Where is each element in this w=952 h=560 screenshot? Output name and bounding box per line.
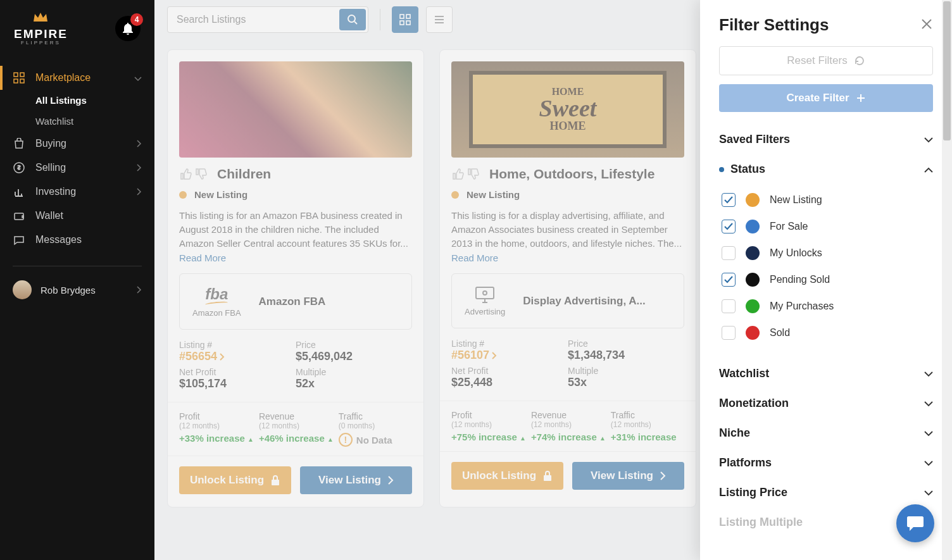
chevron-right-icon: [137, 285, 142, 296]
read-more-link[interactable]: Read More: [179, 252, 226, 263]
status-option[interactable]: Pending Sold: [722, 266, 933, 293]
chart-icon: [13, 186, 25, 197]
checkbox[interactable]: [722, 299, 736, 313]
chevron-right-icon: [387, 476, 394, 485]
status-color-dot: [746, 326, 760, 340]
metric-profit-sub: (12 months): [451, 420, 526, 429]
thumb-up-icon[interactable]: [451, 167, 465, 181]
checkbox[interactable]: [722, 326, 736, 340]
search-input[interactable]: [168, 7, 337, 32]
nav-messages[interactable]: Messages: [0, 228, 154, 252]
user-name: Rob Brydges: [41, 285, 128, 296]
nav-label: Selling: [35, 162, 127, 173]
unlock-listing-button[interactable]: Unlock Listing: [451, 462, 563, 490]
netprofit-label: Net Profit: [179, 367, 296, 377]
status-option[interactable]: My Purchases: [722, 293, 933, 320]
search-button[interactable]: [339, 9, 366, 30]
monetization-box: fba Amazon FBA Amazon FBA: [179, 273, 412, 330]
scrollbar[interactable]: [942, 0, 952, 560]
notifications-button[interactable]: 4: [115, 16, 141, 41]
section-status[interactable]: Status: [719, 154, 933, 184]
chat-fab[interactable]: [896, 504, 934, 542]
filter-title: Filter Settings: [719, 15, 829, 35]
status-option[interactable]: For Sale: [722, 213, 933, 240]
section-title: Status: [719, 163, 765, 176]
chevron-down-icon: [924, 488, 933, 498]
section-niche[interactable]: Niche: [719, 418, 933, 448]
checkbox[interactable]: [722, 193, 736, 207]
section-listing-price[interactable]: Listing Price: [719, 478, 933, 507]
checkbox[interactable]: [722, 246, 736, 260]
nav-wallet[interactable]: Wallet: [0, 204, 154, 228]
unlock-listing-button[interactable]: Unlock Listing: [179, 466, 291, 494]
mon-icon-label: Amazon FBA: [192, 308, 241, 318]
mon-icon-label: Advertising: [465, 307, 505, 316]
thumb-up-icon[interactable]: [179, 167, 193, 181]
section-platforms[interactable]: Platforms: [719, 448, 933, 478]
metric-revenue-label: Revenue: [259, 411, 334, 421]
status-option[interactable]: Sold: [722, 320, 933, 346]
status-option[interactable]: New Listing: [722, 187, 933, 213]
nav-marketplace[interactable]: Marketplace: [0, 66, 154, 90]
nav-selling[interactable]: Selling: [0, 156, 154, 180]
grid-view-button[interactable]: [392, 6, 418, 33]
nav-investing[interactable]: Investing: [0, 180, 154, 204]
status-options: New Listing For Sale My Unlocks Pending …: [719, 184, 933, 359]
separator: [380, 9, 380, 30]
svg-rect-14: [272, 480, 279, 485]
metric-revenue-val: +74% increase ▲: [531, 432, 606, 442]
section-saved-filters[interactable]: Saved Filters: [719, 125, 933, 154]
read-more-link[interactable]: Read More: [451, 252, 498, 263]
listing-num[interactable]: #56654: [179, 350, 225, 363]
price-label: Price: [568, 339, 684, 349]
metric-traffic-sub: (0 months): [339, 421, 412, 430]
subnav: All Listings Watchlist: [0, 90, 154, 132]
netprofit-value: $25,448: [451, 376, 568, 389]
checkbox[interactable]: [722, 220, 736, 233]
nav-watchlist[interactable]: Watchlist: [35, 111, 154, 132]
netprofit-label: Net Profit: [451, 366, 568, 376]
bag-icon: [13, 138, 25, 149]
status-option-label: Sold: [770, 327, 790, 339]
logo-area: EMPIRE FLIPPERS 4: [0, 0, 154, 59]
svg-rect-10: [406, 21, 410, 25]
user-menu[interactable]: Rob Brydges: [0, 280, 154, 299]
listing-image[interactable]: HOME Sweet HOME: [451, 61, 684, 158]
reset-filters-button[interactable]: Reset Filters: [719, 46, 933, 75]
thumb-down-icon[interactable]: [194, 167, 208, 181]
status-option[interactable]: My Unlocks: [722, 240, 933, 266]
section-title: Listing Multiple: [719, 516, 803, 529]
scrollbar-thumb[interactable]: [943, 1, 951, 140]
listing-num-label: Listing #: [179, 340, 296, 350]
wallet-icon: [13, 210, 25, 221]
metric-profit-val: +75% increase ▲: [451, 432, 526, 442]
listing-num[interactable]: #56107: [451, 349, 497, 362]
doormat-graphic: HOME Sweet HOME: [469, 71, 667, 148]
multiple-value: 53x: [568, 376, 684, 389]
metric-profit-label: Profit: [179, 411, 254, 421]
svg-rect-0: [14, 73, 18, 77]
close-button[interactable]: [920, 16, 933, 34]
nav-all-listings[interactable]: All Listings: [35, 90, 154, 111]
list-view-button[interactable]: [426, 6, 453, 33]
nav-buying[interactable]: Buying: [0, 132, 154, 156]
message-icon: [13, 234, 25, 246]
logo[interactable]: EMPIRE FLIPPERS: [14, 11, 68, 46]
listing-title: Home, Outdoors, Lifestyle: [489, 166, 654, 182]
listing-image[interactable]: [179, 61, 412, 158]
section-monetization[interactable]: Monetization: [719, 389, 933, 418]
section-watchlist[interactable]: Watchlist: [719, 359, 933, 389]
create-filter-button[interactable]: Create Filter: [719, 84, 933, 112]
chevron-right-icon: [137, 163, 142, 173]
section-title: Niche: [719, 426, 750, 440]
thumb-down-icon[interactable]: [467, 167, 480, 181]
checkbox[interactable]: [722, 273, 736, 287]
view-listing-button[interactable]: View Listing: [300, 466, 412, 494]
listing-card: HOME Sweet HOME Home, Outdoors, Lifestyl…: [439, 49, 696, 507]
svg-rect-15: [476, 287, 494, 299]
metrics-row: Profit (12 months) +33% increase ▲ Reven…: [168, 402, 423, 456]
metric-profit-label: Profit: [451, 410, 526, 420]
svg-point-16: [483, 291, 487, 295]
view-listing-button[interactable]: View Listing: [572, 462, 684, 490]
search-wrap: [167, 6, 368, 33]
